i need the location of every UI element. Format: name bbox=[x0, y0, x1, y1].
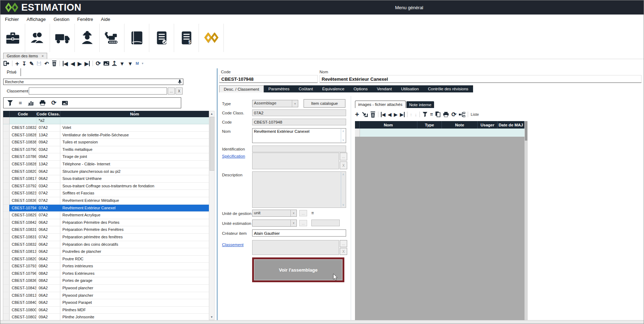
specification-browse-button[interactable]: ... bbox=[340, 153, 347, 160]
table-row[interactable]: CBEST-10831306A2Préparation Pérmètre des… bbox=[3, 226, 209, 234]
resources-button[interactable] bbox=[25, 24, 50, 52]
panel-splitter[interactable] bbox=[217, 68, 218, 320]
nom-field[interactable]: Revêtement Extérieur Canexel ∧∨ bbox=[252, 128, 346, 143]
filter-icon[interactable]: x bbox=[7, 100, 13, 106]
upload-icon[interactable]: ↥ bbox=[112, 61, 117, 66]
attach-next-icon[interactable]: ▶ bbox=[394, 112, 398, 117]
chart-icon[interactable] bbox=[28, 100, 34, 106]
download-icon[interactable]: ▼ bbox=[120, 61, 125, 66]
description-scrollrail[interactable]: ∧∨ bbox=[341, 172, 345, 207]
next-record-icon[interactable]: ▶ bbox=[78, 61, 82, 66]
table-row[interactable]: CBEST-10838409A2Tuiles et suspension bbox=[3, 139, 209, 146]
classement-field[interactable] bbox=[252, 240, 339, 255]
import-icon[interactable]: ↧ bbox=[22, 61, 27, 66]
menu-fichier[interactable]: Fichier bbox=[1, 17, 23, 22]
attach-delete-icon[interactable] bbox=[370, 112, 376, 118]
classement-clear-button[interactable]: X bbox=[340, 248, 347, 255]
table-row[interactable]: CBEST-10832306A2Préparation des coins dé… bbox=[3, 241, 209, 249]
detail-code-field[interactable]: CBEST-107948 bbox=[219, 75, 318, 83]
catalog-button[interactable] bbox=[124, 24, 149, 52]
createur-field[interactable]: Alain Gauthier bbox=[252, 229, 346, 237]
previous-record-icon[interactable]: ◀ bbox=[71, 61, 75, 66]
image-view-icon[interactable] bbox=[62, 101, 68, 106]
classement-browse-button[interactable]: ... bbox=[168, 87, 175, 95]
specification-link[interactable]: Spécification bbox=[222, 154, 245, 158]
table-row[interactable]: CBEST-10836708A2Portes de garage bbox=[3, 277, 209, 285]
attach-lines-icon[interactable]: = bbox=[430, 112, 433, 117]
table-row[interactable]: CBEST-10840306A2Plywood Parapet bbox=[3, 299, 209, 307]
table-row[interactable]: CBEST-10790703A2Treillis métallique bbox=[3, 146, 209, 154]
header-code-class[interactable]: Code Class. bbox=[37, 111, 60, 117]
header-type[interactable]: Type bbox=[417, 121, 442, 129]
tab-vendant[interactable]: Vendant bbox=[372, 85, 396, 92]
print-icon[interactable] bbox=[39, 100, 46, 106]
table-row[interactable]: CBEST-10831207A2Préparation périmètre de… bbox=[3, 234, 209, 241]
code-class-field[interactable]: 07A2 bbox=[252, 109, 346, 116]
scrollbar-thumb[interactable] bbox=[210, 117, 215, 171]
table-row[interactable]: CBEST-10829907A2Revêtement Acrylique bbox=[3, 212, 209, 219]
table-row[interactable]: CBEST-10786309A2Tirage de joint bbox=[3, 153, 209, 161]
table-row[interactable]: CBEST-10823707A2Soffites et Fascias bbox=[3, 190, 209, 197]
attachments-scrollbar[interactable] bbox=[524, 121, 528, 320]
scroll-down-icon[interactable]: ▼ bbox=[209, 314, 214, 320]
table-row[interactable]: CBEST-10793808A2Portes intérieures bbox=[3, 263, 209, 270]
unite-estimation-browse-button[interactable]: ... bbox=[299, 220, 307, 226]
header-note[interactable]: Note bbox=[442, 121, 478, 129]
attach-filter-icon[interactable]: x bbox=[422, 112, 428, 117]
items-table-scrollbar[interactable]: ▲ ▼ bbox=[209, 111, 215, 320]
last-record-icon[interactable]: ▶ bbox=[84, 61, 90, 66]
truck-button[interactable] bbox=[50, 24, 75, 52]
tab-param-tres[interactable]: Paramètres bbox=[264, 85, 294, 92]
attach-first-icon[interactable]: ◀ bbox=[381, 112, 385, 117]
toolbox-button[interactable] bbox=[0, 24, 25, 52]
unite-gestion-browse-button[interactable]: ... bbox=[299, 210, 307, 216]
header-usager[interactable]: Usager bbox=[478, 121, 498, 129]
attach-prev-icon[interactable]: ◀ bbox=[388, 112, 392, 117]
menu-aide[interactable]: Aide bbox=[97, 17, 114, 22]
identification-field[interactable] bbox=[252, 146, 346, 152]
image-icon[interactable] bbox=[104, 61, 109, 66]
attachments-filter-row[interactable] bbox=[355, 129, 524, 137]
document-cost-button[interactable]: $ bbox=[174, 24, 199, 52]
edit-icon[interactable]: ✎ bbox=[29, 61, 34, 66]
add-icon[interactable]: + bbox=[15, 60, 19, 67]
code-field[interactable]: CBEST-107948 bbox=[252, 119, 346, 125]
attach-insert-icon[interactable] bbox=[362, 112, 368, 117]
attach-print-icon[interactable] bbox=[443, 112, 449, 117]
description-field[interactable]: ∧∨ bbox=[252, 171, 346, 208]
items-filter-row[interactable]: *a2 bbox=[3, 117, 209, 124]
header-nom[interactable]: ▼Nom bbox=[60, 111, 209, 117]
detail-nom-field[interactable]: Revêtement Extérieur Canexel bbox=[320, 75, 642, 83]
attach-last-icon[interactable]: ▶ bbox=[400, 112, 405, 117]
tab-images-fichier-attach-s[interactable]: images - fichier attachés bbox=[355, 101, 406, 108]
table-row[interactable]: CBEST-10813806A2Plywood plancher bbox=[3, 292, 209, 300]
tab-utilisation[interactable]: Utilisation bbox=[396, 85, 423, 92]
unite-estimation-combo[interactable]: ▾ bbox=[252, 220, 297, 227]
type-combo[interactable]: Assemblage▾ bbox=[252, 100, 298, 107]
attach-move-down-icon[interactable]: ↓ bbox=[415, 112, 417, 117]
header-date-de-maj[interactable]: Date de MAJ bbox=[498, 121, 524, 129]
table-row[interactable]: CBEST-10832607A2Volet bbox=[3, 124, 209, 132]
tab-desc-classement[interactable]: Desc. / Classement bbox=[219, 85, 264, 92]
mode-selector[interactable]: M bbox=[136, 61, 139, 66]
attach-refresh-icon[interactable]: ⟳ bbox=[451, 111, 456, 118]
first-record-icon[interactable]: ◀ bbox=[63, 61, 68, 66]
brand-gold-button[interactable] bbox=[199, 24, 224, 52]
menu-affichage[interactable]: Affichage bbox=[23, 17, 50, 22]
classement-clear-button[interactable]: X bbox=[176, 87, 183, 95]
tab-note-interne[interactable]: Note interne bbox=[406, 101, 434, 108]
prive-tab[interactable]: Privé bbox=[3, 68, 21, 76]
filter-lines-icon[interactable]: = bbox=[19, 100, 22, 106]
table-row[interactable]: CBEST-10794807A2Revêtement Extérieur Can… bbox=[3, 205, 209, 212]
classement-filter-input[interactable] bbox=[29, 87, 167, 95]
pin-icon[interactable] bbox=[178, 79, 182, 84]
specification-field[interactable] bbox=[252, 153, 339, 169]
item-catalogue-button[interactable]: Item catalogue bbox=[304, 99, 345, 108]
table-row[interactable]: CBEST-10792503A2Sous-traitant Coffrage s… bbox=[3, 183, 209, 190]
scroll-up-icon[interactable]: ▲ bbox=[209, 111, 214, 116]
table-row[interactable]: CBEST-10842306A2Préparation Pérmètre des… bbox=[3, 219, 209, 227]
header-nom[interactable]: Nom bbox=[360, 121, 417, 129]
attach-tree-icon[interactable] bbox=[459, 112, 465, 117]
table-row[interactable]: CBEST-10813606A2Poutrelles de plancher bbox=[3, 248, 209, 256]
exit-icon[interactable] bbox=[3, 61, 9, 66]
